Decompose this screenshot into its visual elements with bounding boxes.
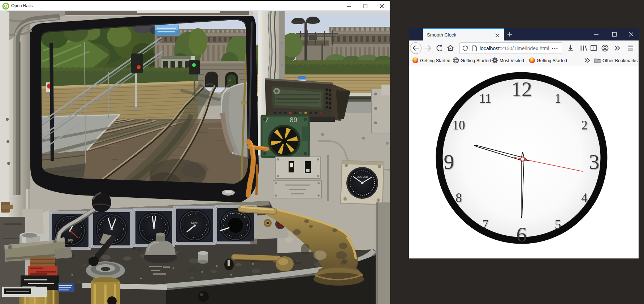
svg-text:89: 89 [290,116,297,124]
svg-text:8: 8 [455,191,462,205]
svg-text:5: 5 [555,218,561,232]
svg-text:100: 100 [67,239,73,242]
svg-text:Getting Started: Getting Started [537,58,567,63]
svg-text:Other Bookmarks: Other Bookmarks [602,58,637,63]
svg-text:12: 12 [511,77,532,101]
svg-text:6: 6 [517,223,527,246]
svg-text:Getting Started: Getting Started [461,58,491,63]
svg-text:1: 1 [555,91,561,106]
svg-text:4: 4 [581,191,588,205]
svg-text:Most Visited: Most Visited [500,58,524,63]
svg-text:11: 11 [479,91,492,106]
svg-text:Getting Started: Getting Started [420,58,450,63]
svg-text:9: 9 [444,150,454,174]
svg-text:localhost:2150/Time/index.html: localhost:2150/Time/index.html [480,46,549,51]
svg-text:7: 7 [482,218,489,232]
svg-text:2: 2 [581,118,588,132]
svg-text:MPH: MPH [191,221,198,225]
svg-text:3: 3 [589,150,600,174]
svg-text:10: 10 [452,118,465,132]
svg-text:200 200: 200 200 [357,175,368,179]
